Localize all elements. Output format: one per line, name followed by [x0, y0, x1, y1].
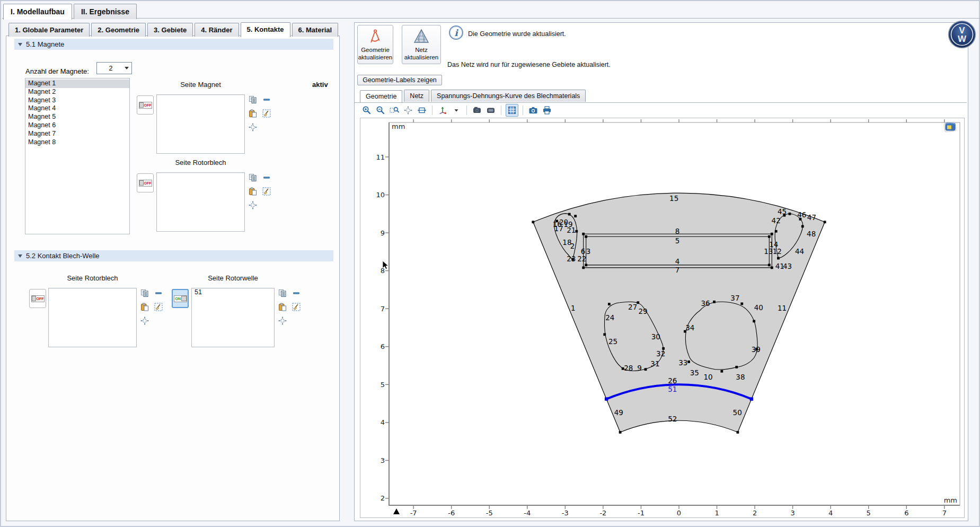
x-tick-label: 4	[828, 509, 833, 517]
toolbar-separator	[466, 106, 467, 115]
zoom-to-selection-icon[interactable]	[278, 317, 287, 325]
caret-down-icon[interactable]	[451, 104, 462, 116]
zoom-to-selection-icon[interactable]	[249, 123, 257, 131]
remove-icon[interactable]	[292, 289, 301, 297]
geometry-entity-label: 50	[733, 408, 742, 417]
toggle-on-switch: ON	[174, 295, 187, 302]
geometry-entity-label: 33	[678, 358, 687, 367]
graphics-toolbar	[361, 104, 553, 117]
zoom-to-selection-icon[interactable]	[402, 104, 414, 116]
paste-icon[interactable]	[249, 187, 257, 196]
geometry-entity-label: 49	[614, 408, 623, 417]
kontakt-rotorblech-toggle[interactable]: OFF	[29, 289, 46, 308]
zoom-in-icon[interactable]	[361, 104, 373, 116]
y-tick-label: 2	[381, 494, 385, 502]
toggle-off-switch: OFF	[139, 102, 152, 109]
geometry-entity-label: 15	[669, 194, 678, 203]
clear-selection-icon[interactable]	[262, 109, 271, 118]
kontakt-rotorwelle-toggle[interactable]: ON	[172, 289, 189, 308]
toggle-off-switch: OFF	[139, 180, 152, 187]
setup-tab-5[interactable]: 5. Kontakte	[241, 22, 290, 37]
side-magnet-title: Seite Magnet	[156, 81, 245, 89]
copy-icon[interactable]	[278, 289, 287, 297]
main-tab-2[interactable]: II. Ergebnisse	[74, 4, 137, 19]
zoom-to-selection-icon[interactable]	[249, 201, 257, 209]
grid-icon[interactable]	[506, 104, 518, 117]
geometry-entity-label: 12	[773, 247, 782, 256]
remove-icon[interactable]	[154, 289, 163, 297]
side-rotorblech-selection-box[interactable]	[156, 172, 245, 232]
magnet-count-dropdown[interactable]: 2	[96, 62, 132, 74]
side-rotorblech-toggle[interactable]: OFF	[137, 173, 154, 192]
x-tick-label: -5	[486, 509, 493, 517]
setup-tab-1[interactable]: 1. Globale Parameter	[8, 23, 90, 37]
x-tick-label: -6	[448, 509, 455, 517]
setup-tab-2[interactable]: 2. Geometrie	[91, 23, 146, 37]
update-mesh-button[interactable]: Netzaktualisieren	[402, 25, 441, 64]
geometry-entity-label: 26	[668, 376, 677, 385]
setup-tab-3[interactable]: 3. Gebiete	[147, 23, 193, 37]
mouse-cursor	[382, 261, 390, 272]
kontakt-rotorblech-selection-box[interactable]	[48, 288, 137, 347]
copy-icon[interactable]	[249, 173, 257, 182]
copy-image-icon[interactable]	[471, 104, 483, 116]
geometry-entity-label: 38	[736, 373, 745, 381]
side-magnet-toggle[interactable]: OFF	[137, 95, 154, 115]
paste-icon[interactable]	[249, 109, 257, 118]
paste-icon[interactable]	[140, 303, 149, 311]
geometry-entity-label: 9	[637, 364, 642, 372]
zoom-box-icon[interactable]	[389, 104, 400, 116]
geometry-entity-label: 7	[675, 266, 680, 274]
export-image-icon[interactable]	[485, 104, 497, 116]
copy-icon[interactable]	[140, 289, 149, 297]
setup-tab-6[interactable]: 6. Material	[292, 23, 339, 37]
geometry-entity-label: 3	[586, 247, 591, 256]
magnet-list-item[interactable]: Magnet 4	[25, 104, 129, 113]
remove-icon[interactable]	[262, 173, 271, 182]
clear-selection-icon[interactable]	[154, 303, 163, 311]
snapshot-icon[interactable]	[527, 104, 539, 116]
side-magnet-selection-box[interactable]	[156, 94, 245, 154]
graphics-tab-3[interactable]: Spannungs-Dehnungs-Kurve des Blechmateri…	[431, 90, 586, 102]
geometry-updated-message: Die Geometrie wurde aktualisiert.	[468, 30, 566, 38]
section-kontakt-header[interactable]: 5.2 Kontakt Blech-Welle	[14, 250, 333, 261]
kontakt-rotorwelle-selection-box[interactable]: 51	[191, 288, 275, 347]
magnet-list[interactable]: Magnet 1Magnet 2Magnet 3Magnet 4Magnet 5…	[25, 78, 130, 234]
update-geometry-button[interactable]: Geometrieaktualisieren	[357, 25, 393, 64]
graphics-tab-2[interactable]: Netz	[404, 90, 429, 102]
main-tab-1[interactable]: I. Modellaufbau	[3, 4, 72, 20]
selected-boundary-item[interactable]: 51	[192, 288, 274, 297]
magnet-list-item[interactable]: Magnet 2	[25, 88, 129, 96]
copy-icon[interactable]	[249, 95, 257, 104]
geometry-entity-label: 35	[690, 368, 699, 377]
magnet-list-item[interactable]: Magnet 5	[25, 113, 129, 121]
geometry-entity-label: 40	[754, 303, 763, 312]
zoom-extents-icon[interactable]	[416, 104, 428, 116]
geometry-entity-label: 24	[605, 313, 614, 322]
geometry-plot-canvas[interactable]: -7-6-5-4-3-2-101234567234567891011mmmm15…	[360, 118, 965, 518]
print-icon[interactable]	[541, 104, 553, 116]
magnet-list-item[interactable]: Magnet 7	[25, 130, 129, 138]
clear-selection-icon[interactable]	[292, 303, 301, 311]
paste-icon[interactable]	[278, 303, 287, 311]
geometry-entity-label: 8	[675, 227, 680, 235]
geometry-entity-label: 34	[685, 323, 694, 332]
magnet-list-item[interactable]: Magnet 8	[25, 138, 129, 147]
setup-tab-4[interactable]: 4. Ränder	[195, 23, 239, 37]
section-magnete-header[interactable]: 5.1 Magnete	[14, 39, 333, 50]
magnet-list-item[interactable]: Magnet 6	[25, 121, 129, 130]
axis-orientation-icon[interactable]	[437, 104, 448, 116]
highlighted-edge-label: 51	[668, 385, 677, 393]
x-tick-label: 7	[942, 509, 947, 517]
magnet-list-item[interactable]: Magnet 1	[25, 80, 129, 88]
magnet-list-item[interactable]: Magnet 3	[25, 96, 129, 105]
x-tick-label: -3	[562, 509, 569, 517]
y-tick-label: 3	[381, 456, 385, 464]
zoom-out-icon[interactable]	[375, 104, 386, 116]
show-geometry-labels-button[interactable]: Geometrie-Labels zeigen	[357, 75, 442, 85]
geometry-plot[interactable]: -7-6-5-4-3-2-101234567234567891011mmmm15…	[360, 118, 964, 517]
graphics-tab-1[interactable]: Geometrie	[360, 90, 402, 102]
clear-selection-icon[interactable]	[262, 187, 271, 196]
zoom-to-selection-icon[interactable]	[140, 317, 149, 325]
remove-icon[interactable]	[262, 95, 271, 104]
